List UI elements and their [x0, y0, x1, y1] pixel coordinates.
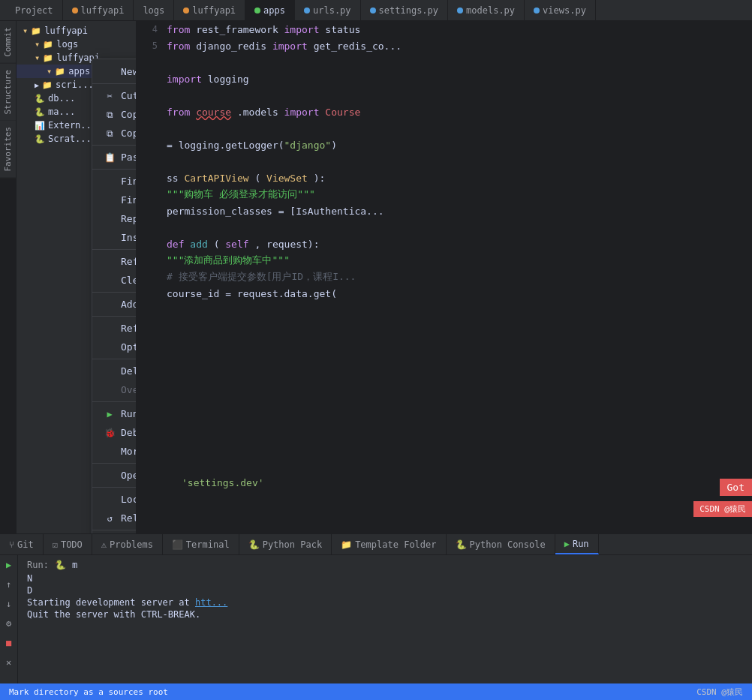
tab-dot — [72, 8, 78, 14]
menu-label: More Run/Debug — [121, 446, 137, 457]
tree-item-logs[interactable]: ▾ 📁 logs — [17, 38, 136, 51]
tab-python-console[interactable]: 🐍 Python Console — [447, 534, 555, 554]
tab-label: Python Console — [470, 539, 546, 550]
code-line-4: 4 from rest_framework import status — [137, 21, 752, 38]
run-left-controls: ▶ ↑ ↓ ⚙ ■ ✕ — [0, 555, 18, 683]
menu-item-copy-path[interactable]: ⧉ Copy Path/Reference... — [92, 124, 137, 143]
tab-viewspy[interactable]: views.py — [525, 0, 596, 21]
menu-item-debug[interactable]: 🐞 Debug 'Test: luffyapi.apps' — [92, 423, 137, 442]
code-line-add-docstring: """添加商品到购物车中""" — [137, 252, 752, 269]
side-label-commit[interactable]: Commit — [0, 21, 16, 64]
tab-luffyapi2[interactable]: luffyapi — [174, 0, 245, 21]
tab-problems[interactable]: ⚠ Problems — [92, 534, 163, 554]
menu-item-reload[interactable]: ↺ Reload from Disk — [92, 509, 137, 527]
code-line-blank1 — [137, 54, 752, 71]
tab-git[interactable]: ⑂ Git — [0, 534, 44, 554]
menu-item-find-usages[interactable]: Find Usages Alt+F7 — [92, 172, 137, 191]
tree-item-luffyapi[interactable]: ▾ 📁 luffyapi — [17, 24, 136, 38]
menu-label: Local History — [121, 494, 137, 505]
menu-item-paste[interactable]: 📋 Paste Ctrl+V — [92, 148, 137, 167]
code-line-def-add: def add ( self , request): — [137, 236, 752, 252]
tab-project[interactable]: Project — [6, 0, 63, 21]
tab-label: views.py — [543, 5, 586, 16]
menu-item-inspect[interactable]: Inspect Code... — [92, 228, 137, 247]
side-label-favorites[interactable]: Favorites — [0, 121, 16, 179]
menu-item-local-history[interactable]: Local History ▶ — [92, 490, 137, 509]
menu-item-reformat[interactable]: Reformat Code Ctrl+Alt+L — [92, 319, 137, 338]
menu-item-run[interactable]: ▶ Run 'Test: luffyapi.apps' Ctrl+Shift+F… — [92, 404, 137, 423]
line-content: from course .models import Course — [167, 107, 360, 118]
code-line-comment: # 接受客户端提交参数[用户ID，课程I... — [137, 269, 752, 285]
run-close-icon[interactable]: ✕ — [2, 656, 16, 669]
code-lines: 4 from rest_framework import status 5 fr… — [137, 21, 752, 302]
code-line-permission: permission_classes = [IsAuthentica... — [137, 203, 752, 219]
menu-label: Reload from Disk — [121, 512, 137, 524]
tab-template-folder[interactable]: 📁 Template Folder — [332, 534, 446, 554]
run-icon: ▶ — [564, 539, 570, 549]
reload-icon: ↺ — [104, 513, 115, 524]
menu-item-delete[interactable]: Delete... Delete — [92, 362, 137, 380]
menu-item-replace-in-files[interactable]: Replace in Files... Ctrl+Shift+R — [92, 209, 137, 228]
tab-dot — [370, 8, 376, 14]
tab-dot — [534, 8, 540, 14]
run-label: Run: — [27, 560, 49, 570]
reformat-icon — [104, 323, 115, 334]
tab-luffyapi1[interactable]: luffyapi — [63, 0, 134, 21]
tab-label: models.py — [466, 5, 515, 16]
menu-item-optimize-imports[interactable]: Optimize Imports Ctrl+Alt+O — [92, 338, 137, 356]
tree-label: ma... — [48, 107, 75, 117]
tab-modelspy[interactable]: models.py — [448, 0, 525, 21]
tab-todo[interactable]: ☑ TODO — [44, 534, 92, 554]
tab-terminal[interactable]: ⬛ Terminal — [163, 534, 239, 554]
side-label-structure[interactable]: Structure — [0, 64, 16, 122]
run-up-icon[interactable]: ↑ — [2, 578, 16, 591]
code-editor[interactable]: 4 from rest_framework import status 5 fr… — [137, 21, 752, 533]
override-icon — [104, 385, 115, 395]
tab-settingspy[interactable]: settings.py — [361, 0, 448, 21]
tab-apps[interactable]: apps — [245, 0, 295, 21]
code-line-blank4 — [137, 153, 752, 170]
tab-dot — [254, 8, 260, 14]
menu-item-compare[interactable]: Compare With... Ctrl+D — [92, 533, 137, 533]
code-line-class: ss CartAPIView ( ViewSet ): — [137, 170, 752, 186]
menu-item-copy[interactable]: ⧉ Copy Ctrl+C — [92, 105, 137, 124]
context-menu: New ▶ ✂ Cut Ctrl+X ⧉ — [92, 59, 137, 533]
tab-dot — [183, 8, 189, 14]
menu-item-add-favorites[interactable]: Add to Favorites ▶ — [92, 295, 137, 314]
tree-label: logs — [56, 39, 78, 50]
menu-label: Find Usages — [121, 176, 137, 187]
tab-logs[interactable]: logs — [134, 0, 174, 21]
menu-item-more-run[interactable]: More Run/Debug ▶ — [92, 442, 137, 461]
menu-item-new[interactable]: New ▶ — [92, 62, 137, 81]
tab-run[interactable]: ▶ Run — [555, 534, 599, 554]
tab-urlspy[interactable]: urls.py — [295, 0, 361, 21]
tab-dot — [457, 8, 463, 14]
clean-icon — [104, 275, 115, 286]
menu-item-refactor[interactable]: Refactor ▶ — [92, 252, 137, 271]
tab-label: Run — [573, 539, 589, 549]
menu-item-find-in-files[interactable]: Find in Files... Ctrl+Shift+F — [92, 191, 137, 209]
line-content: from django_redis import get_redis_co... — [167, 41, 402, 52]
tab-python-pack[interactable]: 🐍 Python Pack — [239, 534, 332, 554]
menu-item-clean-compiled[interactable]: Clean Python Compiled Files — [92, 271, 137, 290]
run-settings-icon[interactable]: ⚙ — [2, 617, 16, 630]
bottom-panel: ⑂ Git ☑ TODO ⚠ Problems ⬛ Terminal 🐍 Pyt… — [0, 533, 752, 683]
menu-item-open-in[interactable]: Open In ▶ — [92, 466, 137, 485]
inspect-icon — [104, 233, 115, 243]
run-restart-icon[interactable]: ▶ — [2, 558, 16, 572]
refactor-icon — [104, 257, 115, 267]
tab-label: Project — [15, 5, 53, 16]
status-right: CSDN @猿民 — [696, 686, 743, 698]
tree-label: Scrat... — [48, 134, 92, 144]
menu-label: Debug 'Test: luffyapi.apps' — [121, 427, 137, 438]
tab-label: luffyapi — [81, 5, 125, 16]
open-icon — [104, 470, 115, 481]
separator — [92, 359, 137, 359]
separator — [92, 530, 137, 530]
csdn-credit: CSDN @猿民 — [696, 686, 743, 698]
run-down-icon[interactable]: ↓ — [2, 597, 16, 611]
run-stop-icon[interactable]: ■ — [2, 636, 16, 650]
menu-item-cut[interactable]: ✂ Cut Ctrl+X — [92, 86, 137, 105]
tree-label: Extern... — [48, 120, 97, 131]
delete-icon — [104, 366, 115, 377]
